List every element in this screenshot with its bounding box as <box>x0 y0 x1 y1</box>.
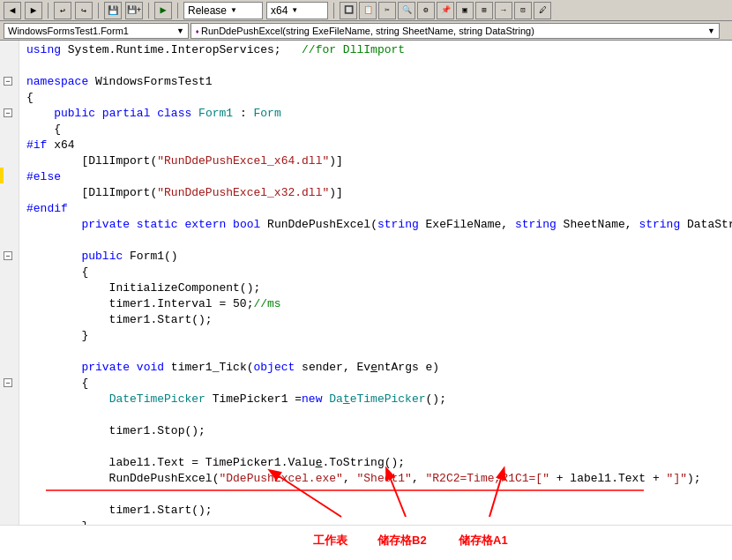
class-nav-label: WindowsFormsTest1.Form1 <box>8 26 129 36</box>
code-line-15: { <box>26 265 725 280</box>
build-config-dropdown[interactable]: Release ▼ <box>183 2 263 19</box>
code-line-14: public Form1() <box>26 249 725 265</box>
annotation-label-3: 储存格A1 <box>459 533 508 549</box>
code-line-16: InitializeComponent(); <box>26 280 725 296</box>
tb-icon-10[interactable]: ⊡ <box>514 2 532 19</box>
code-line-5: public partial class Form1 : Form <box>26 106 725 122</box>
forward-button[interactable]: ▶ <box>25 2 42 19</box>
code-line-4: { <box>26 90 725 106</box>
back-button[interactable]: ◀ <box>4 2 21 19</box>
code-line-17: timer1.Interval = 50; //ms <box>26 296 725 312</box>
platform-arrow: ▼ <box>291 6 298 14</box>
collapse-class[interactable]: − <box>4 106 14 119</box>
main-toolbar: ◀ ▶ ↩ ↪ 💾 💾+ ▶ Release ▼ x64 ▼ 🔲 📋 ✂ 🔍 ⚙… <box>0 0 732 21</box>
separator-2 <box>98 3 99 19</box>
code-line-8: [DllImport( "RunDdePushExcel_x64.dll" )] <box>26 153 725 169</box>
platform-dropdown[interactable]: x64 ▼ <box>266 2 328 19</box>
code-line-28: RunDdePushExcel( "DdePushExcel.exe" , "S… <box>26 471 725 487</box>
code-line-21: private void timer1_Tick( object sender,… <box>26 360 725 376</box>
run-button[interactable]: ▶ <box>154 2 172 19</box>
tb-icon-2[interactable]: 📋 <box>359 2 377 19</box>
annotation-bar: 工作表 储存格B2 储存格A1 <box>0 525 732 560</box>
class-nav-arrow: ▼ <box>176 26 184 35</box>
code-line-20 <box>26 344 725 360</box>
redo-button[interactable]: ↪ <box>75 2 93 19</box>
platform-label: x64 <box>271 4 288 17</box>
undo-button[interactable]: ↩ <box>54 2 71 19</box>
code-line-1: using System.Runtime.InteropServices; //… <box>26 42 725 58</box>
tb-icon-4[interactable]: 🔍 <box>398 2 415 19</box>
tb-icon-1[interactable]: 🔲 <box>340 2 357 19</box>
code-line-11: #endif <box>26 201 725 217</box>
tb-icon-6[interactable]: 📌 <box>437 2 454 19</box>
code-line-25: timer1.Stop(); <box>26 423 725 439</box>
code-line-19: } <box>26 328 725 344</box>
code-line-13 <box>26 233 725 249</box>
method-nav-label: RunDdePushExcel(string ExeFileName, stri… <box>201 26 534 36</box>
collapse-ns[interactable]: − <box>4 74 14 87</box>
code-line-6: { <box>26 122 725 138</box>
tb-icon-3[interactable]: ✂ <box>378 2 396 19</box>
separator-3 <box>148 3 149 19</box>
code-line-7: #if x64 <box>26 138 725 153</box>
main-area: − − − − using System.Runtime.InteropServ… <box>0 41 732 560</box>
code-line-23: DateTimePicker TimePicker1 = new DateTim… <box>26 392 725 407</box>
gutter: − − − − <box>0 41 19 525</box>
collapse-timer[interactable]: − <box>4 376 14 389</box>
separator-1 <box>48 3 49 19</box>
code-line-12: private static extern bool RunDdePushExc… <box>26 217 725 233</box>
build-config-arrow: ▼ <box>230 6 237 14</box>
method-icon: ⬧ <box>195 26 199 35</box>
tb-icon-9[interactable]: → <box>495 2 512 19</box>
code-text[interactable]: using System.Runtime.InteropServices; //… <box>19 41 732 525</box>
code-line-2 <box>26 58 725 74</box>
code-line-18: timer1.Start(); <box>26 312 725 328</box>
tb-icon-8[interactable]: ⊞ <box>475 2 493 19</box>
code-line-24 <box>26 407 725 423</box>
nav-toolbar: WindowsFormsTest1.Form1 ▼ ⬧ RunDdePushEx… <box>0 21 732 41</box>
code-line-27: label1.Text = TimePicker1.Value.ToString… <box>26 455 725 471</box>
code-line-22: { <box>26 376 725 392</box>
save-all-button[interactable]: 💾+ <box>125 2 143 19</box>
code-line-3: namespace WindowsFormsTest1 <box>26 74 725 90</box>
code-line-30: timer1.Start(); <box>26 503 725 519</box>
save-button[interactable]: 💾 <box>104 2 122 19</box>
code-line-10: [DllImport( "RunDdePushExcel_x32.dll" )] <box>26 185 725 201</box>
method-nav-arrow: ▼ <box>707 26 715 35</box>
code-line-29 <box>26 487 725 503</box>
method-nav-dropdown[interactable]: ⬧ RunDdePushExcel(string ExeFileName, st… <box>190 23 720 39</box>
code-line-26 <box>26 439 725 455</box>
yellow-marker <box>0 168 4 183</box>
annotation-label-1: 工作表 <box>313 533 347 549</box>
tb-icon-11[interactable]: 🖊 <box>534 2 551 19</box>
separator-4 <box>177 3 178 19</box>
tb-icon-5[interactable]: ⚙ <box>417 2 435 19</box>
collapse-form1[interactable]: − <box>4 249 14 262</box>
build-config-label: Release <box>188 4 227 17</box>
tb-icon-7[interactable]: ▣ <box>456 2 474 19</box>
code-line-31: } <box>26 519 725 525</box>
separator-5 <box>333 3 334 19</box>
class-nav-dropdown[interactable]: WindowsFormsTest1.Form1 ▼ <box>4 23 189 39</box>
code-line-9: #else <box>26 169 725 185</box>
code-editor[interactable]: − − − − using System.Runtime.InteropServ… <box>0 41 732 525</box>
annotation-label-2: 储存格B2 <box>377 533 427 549</box>
